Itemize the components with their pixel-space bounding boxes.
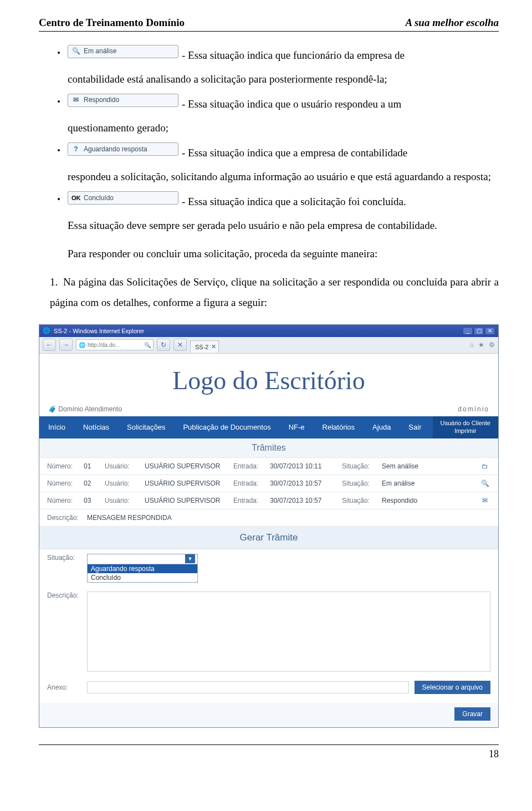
value-usuario: USUÁRIO SUPERVISOR [145, 462, 228, 470]
label-usuario: Usuário: [105, 462, 139, 470]
question-icon: ? [71, 143, 80, 156]
nav-solicitacoes[interactable]: Solicitações [118, 416, 174, 438]
chip-label: Concluído [84, 192, 114, 205]
search-icon[interactable]: 🔍 [479, 480, 490, 487]
address-bar[interactable]: 🌐 http://da.do… 🔍 [76, 339, 154, 350]
nav-inicio[interactable]: Início [39, 416, 74, 438]
nav-sair[interactable]: Sair [400, 416, 430, 438]
ie-icon: 🌐 [43, 327, 50, 334]
label-descricao-form: Descrição: [47, 591, 81, 599]
list-text: Na página das Solicitações de Serviço, c… [50, 276, 499, 308]
table-row[interactable]: Número: 01 Usuário: USUÁRIO SUPERVISOR E… [39, 458, 498, 475]
briefcase-icon: 🧳 [48, 405, 57, 413]
globe-icon: 🌐 [79, 342, 85, 348]
label-entrada: Entrada: [233, 497, 264, 504]
value-usuario: USUÁRIO SUPERVISOR [145, 480, 228, 487]
value-numero: 01 [84, 462, 99, 470]
tools-icon[interactable]: ⚙ [489, 341, 495, 349]
status-chip-em-analise: 🔍 Em análise [68, 45, 178, 58]
chip-label: Aguardando resposta [84, 143, 147, 156]
back-button[interactable]: ← [43, 339, 56, 351]
select-file-button[interactable]: Selecionar o arquivo [415, 681, 490, 694]
bullet-text-cont: contabilidade está analisando a solicita… [39, 69, 499, 89]
header-right: A sua melhor escolha [406, 17, 499, 29]
value-usuario: USUÁRIO SUPERVISOR [145, 497, 228, 504]
anexo-input[interactable] [87, 681, 409, 693]
mail-icon: ✉ [71, 94, 80, 106]
bullet-text-cont: respondeu a solicitação, solicitando alg… [39, 166, 499, 187]
brand-left: 🧳 Domínio Atendimento [48, 405, 122, 413]
paragraph: Para responder ou concluir uma solicitaç… [68, 243, 499, 264]
bullet-text: - Essa situação indica que o usuário res… [182, 94, 401, 114]
url-text: http://da.do… [88, 342, 121, 348]
logo-text: Logo do Escritório [39, 354, 498, 405]
forward-button[interactable]: → [59, 339, 73, 351]
label-situacao-form: Situação: [47, 554, 81, 562]
label-situacao: Situação: [342, 497, 376, 504]
chip-label: Respondido [84, 94, 119, 106]
home-icon[interactable]: ⌂ [470, 341, 474, 349]
stop-button[interactable]: ✕ [173, 339, 187, 351]
label-descricao: Descrição: [47, 514, 81, 522]
nav-publicacao[interactable]: Publicação de Documentos [174, 416, 279, 438]
label-situacao: Situação: [342, 462, 376, 470]
value-descricao: MENSAGEM RESPONDIDA [87, 514, 172, 522]
descricao-form-row: Descrição: [39, 587, 498, 676]
screenshot-container: 🌐 SS-2 - Windows Internet Explorer _ ▢ ✕… [39, 324, 499, 728]
dropdown-option[interactable]: Concluído [88, 573, 197, 582]
folder-icon[interactable]: 🗀 [479, 462, 490, 470]
bullet-text-cont: Essa situação deve sempre ser gerada pel… [39, 215, 499, 236]
anexo-row: Anexo: Selecionar o arquivo [39, 676, 498, 703]
label-usuario: Usuário: [105, 497, 139, 504]
bullet-text: - Essa situação indica que a empresa de … [182, 142, 407, 163]
numbered-item: 1.Na página das Solicitações de Serviço,… [50, 272, 499, 313]
search-icon: 🔍 [144, 342, 151, 348]
nav-nfe[interactable]: NF-e [280, 416, 314, 438]
descricao-textarea[interactable] [87, 591, 490, 672]
document-header: Centro de Treinamento Domínio A sua melh… [39, 17, 499, 32]
ok-icon: OK [71, 192, 80, 204]
value-situacao: Sem análise [382, 462, 432, 470]
mail-icon[interactable]: ✉ [479, 497, 490, 504]
minimize-button[interactable]: _ [463, 327, 473, 335]
chip-label: Em análise [84, 45, 116, 58]
nav-relatorios[interactable]: Relatórios [314, 416, 364, 438]
window-title: SS-2 - Windows Internet Explorer [54, 328, 144, 334]
close-tab-icon[interactable]: ✕ [211, 343, 216, 350]
header-left: Centro de Treinamento Domínio [39, 17, 185, 29]
label-numero: Número: [47, 462, 78, 470]
refresh-button[interactable]: ↻ [157, 339, 170, 351]
browser-tab[interactable]: SS-2 ✕ [190, 340, 219, 353]
label-numero: Número: [47, 497, 78, 504]
panel-title-gerar: Gerar Trâmite [39, 527, 498, 549]
value-situacao: Respondido [382, 497, 432, 504]
maximize-button[interactable]: ▢ [474, 327, 484, 335]
main-nav: Início Notícias Solicitações Publicação … [39, 416, 498, 438]
bullet-dot: • [55, 144, 62, 157]
close-button[interactable]: ✕ [485, 327, 495, 335]
chevron-down-icon[interactable]: ▼ [185, 554, 195, 563]
situacao-dropdown[interactable]: ▼ Aguardando resposta Concluído [87, 554, 198, 583]
situacao-row: Situação: ▼ Aguardando resposta Concluíd… [39, 549, 498, 587]
nav-ajuda[interactable]: Ajuda [364, 416, 400, 438]
panel-title-tramites: Trâmites [39, 438, 498, 458]
window-titlebar: 🌐 SS-2 - Windows Internet Explorer _ ▢ ✕ [39, 325, 498, 337]
bullet-dot: • [55, 193, 62, 206]
table-row[interactable]: Número: 03 Usuário: USUÁRIO SUPERVISOR E… [39, 492, 498, 509]
bullet-dot: • [55, 47, 62, 60]
value-entrada: 30/07/2013 10:57 [270, 497, 336, 504]
label-anexo: Anexo: [47, 684, 81, 691]
status-chip-respondido: ✉ Respondido [68, 94, 178, 107]
value-numero: 02 [84, 480, 99, 487]
bullet-text-cont: questionamento gerado; [39, 118, 499, 138]
dropdown-option[interactable]: Aguardando resposta [88, 564, 197, 573]
table-row[interactable]: Número: 02 Usuário: USUÁRIO SUPERVISOR E… [39, 475, 498, 492]
search-icon: 🔍 [71, 45, 80, 58]
nav-print-link[interactable]: Imprimir [454, 427, 477, 435]
favorites-icon[interactable]: ★ [478, 341, 484, 349]
save-button[interactable]: Gravar [454, 707, 490, 721]
value-numero: 03 [84, 497, 99, 504]
nav-noticias[interactable]: Notícias [74, 416, 118, 438]
tab-label: SS-2 [195, 344, 208, 350]
nav-user-box: Usuário do Cliente Imprimir [433, 416, 499, 438]
